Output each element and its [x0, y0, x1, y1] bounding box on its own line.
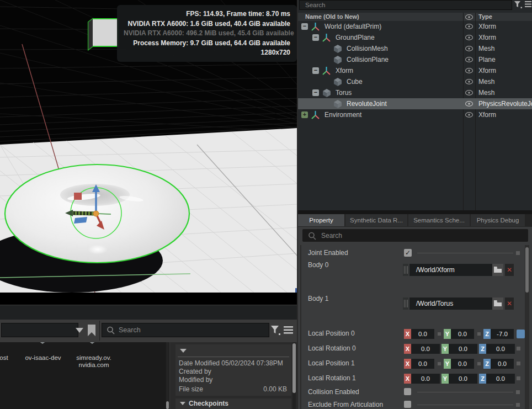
- reset-default-indicator[interactable]: [517, 376, 520, 380]
- lr1-z-field[interactable]: 0.0: [486, 374, 515, 384]
- body0-target-field[interactable]: /World/Xform: [409, 264, 498, 276]
- folder-browse-button[interactable]: [492, 298, 503, 310]
- lp1-x-field[interactable]: 0.0: [411, 359, 434, 369]
- drag-handle-icon[interactable]: [403, 264, 408, 276]
- modified-value-indicator[interactable]: [517, 330, 525, 338]
- prim-label[interactable]: Torus: [336, 89, 352, 97]
- path-input[interactable]: [1, 323, 78, 337]
- file-grid-scrollbar-track[interactable]: [166, 342, 169, 409]
- file-grid[interactable]: ost ov-isaac-dev simready.ov. nvidia.com: [0, 342, 169, 409]
- path-dropdown-icon[interactable]: [76, 328, 83, 333]
- tab-semantics-schema[interactable]: Semantics Sche...: [408, 214, 470, 226]
- eye-icon[interactable]: [465, 57, 474, 62]
- prim-label[interactable]: World (defaultPrim): [324, 23, 381, 30]
- tab-physics-debug[interactable]: Physics Debug: [471, 214, 525, 226]
- eye-icon[interactable]: [465, 68, 474, 73]
- stage-column-name[interactable]: Name (Old to New): [305, 13, 359, 20]
- lp0-z-field[interactable]: -7.0: [491, 329, 514, 339]
- filter-icon[interactable]: [270, 325, 281, 336]
- remove-target-button[interactable]: ✕: [505, 264, 514, 276]
- viewport-3d[interactable]: FPS: 114.93, Frame time: 8.70 ms NVIDIA …: [0, 0, 297, 293]
- browser-search-box[interactable]: [102, 323, 269, 337]
- prim-label[interactable]: CollisionPlane: [347, 56, 389, 63]
- prim-label[interactable]: RevoluteJoint: [347, 100, 387, 108]
- remove-target-button[interactable]: ✕: [505, 298, 514, 310]
- stage-menu-icon[interactable]: [525, 1, 532, 8]
- prim-label[interactable]: Xform: [336, 67, 353, 75]
- stage-row-groundplane[interactable]: − GroundPlane Xform: [298, 32, 532, 43]
- collapse-arrow-icon[interactable]: [180, 349, 187, 353]
- property-search-box[interactable]: [302, 229, 528, 242]
- lp1-z-field[interactable]: 0.0: [491, 359, 514, 369]
- lp0-x-field[interactable]: 0.0: [411, 329, 434, 339]
- lr0-y-field[interactable]: 0.0: [449, 344, 477, 354]
- stage-filter-icon[interactable]: [514, 1, 523, 9]
- tab-synthetic-data[interactable]: Synthetic Data R...: [345, 214, 407, 226]
- stage-search-box[interactable]: [299, 0, 512, 10]
- stage-row-environment[interactable]: + Environment Xform: [298, 109, 532, 120]
- drag-handle-icon[interactable]: [403, 298, 408, 310]
- reset-default-indicator[interactable]: [516, 251, 520, 255]
- prim-type: Xform: [478, 23, 496, 30]
- eye-icon[interactable]: [465, 46, 474, 51]
- prim-label[interactable]: CollisionMesh: [347, 45, 388, 52]
- eye-icon[interactable]: [465, 90, 474, 95]
- details-scrollbar-thumb[interactable]: [292, 343, 296, 393]
- lp1-y-field[interactable]: 0.0: [451, 359, 474, 369]
- collapse-arrow-icon: [180, 402, 185, 405]
- prim-label[interactable]: Cube: [347, 78, 363, 86]
- folder-browse-button[interactable]: [492, 264, 503, 276]
- stage-column-type[interactable]: Type: [478, 13, 492, 20]
- collapse-toggle-icon[interactable]: −: [312, 89, 319, 96]
- checkpoints-label: Checkpoints: [189, 400, 228, 407]
- prim-label[interactable]: GroundPlane: [336, 34, 375, 41]
- cube-mesh[interactable]: [88, 19, 118, 50]
- eye-icon[interactable]: [465, 24, 474, 29]
- file-grid-scrollbar-thumb[interactable]: [166, 401, 169, 409]
- eye-icon[interactable]: [465, 101, 474, 107]
- prim-label[interactable]: Environment: [324, 111, 361, 119]
- options-menu-icon[interactable]: [284, 326, 294, 334]
- stage-row-xform[interactable]: − Xform Xform: [298, 65, 532, 76]
- stage-row-revolutejoint[interactable]: RevoluteJoint PhysicsRevoluteJoint: [298, 98, 532, 109]
- stage-row-collisionplane[interactable]: CollisionPlane Plane: [298, 54, 532, 65]
- stats-gpu1: NVIDIA RTX A6000: 496.2 MiB used, 45.4 G…: [124, 29, 290, 39]
- lp0-y-field[interactable]: 0.0: [451, 329, 474, 339]
- collision-enabled-checkbox[interactable]: [404, 388, 411, 395]
- stage-row-cube[interactable]: Cube Mesh: [298, 76, 532, 87]
- lr0-z-field[interactable]: 0.0: [486, 344, 515, 354]
- eye-icon[interactable]: [465, 79, 474, 84]
- joint-enabled-checkbox[interactable]: ✓: [404, 249, 412, 257]
- collapse-toggle-icon[interactable]: −: [301, 23, 308, 30]
- expand-toggle-icon[interactable]: +: [301, 111, 308, 118]
- file-item-ov-isaac-dev[interactable]: ov-isaac-dev: [20, 354, 66, 362]
- reset-default-indicator[interactable]: [516, 390, 520, 394]
- body1-target-field[interactable]: /World/Torus: [409, 298, 498, 310]
- file-item-localhost[interactable]: ost: [0, 354, 12, 362]
- lr1-x-field[interactable]: 0.0: [411, 374, 440, 384]
- property-search-input[interactable]: [320, 230, 521, 241]
- browser-search-input[interactable]: [118, 325, 263, 336]
- stage-row-collisionmesh[interactable]: CollisionMesh Mesh: [298, 43, 532, 54]
- file-item-simready[interactable]: simready.ov. nvidia.com: [71, 354, 117, 369]
- details-scrollbar-track[interactable]: [292, 342, 296, 409]
- reset-default-indicator[interactable]: [516, 403, 520, 407]
- checkpoints-section[interactable]: Checkpoints: [175, 399, 291, 409]
- eye-icon[interactable]: [465, 112, 474, 118]
- tab-property[interactable]: Property: [298, 214, 344, 226]
- exclude-from-articulation-checkbox[interactable]: [404, 401, 411, 408]
- stage-search-input[interactable]: [304, 1, 505, 9]
- lr0-x-field[interactable]: 0.0: [411, 344, 440, 354]
- lr1-y-field[interactable]: 0.0: [449, 374, 477, 384]
- eye-icon[interactable]: [465, 35, 474, 40]
- stage-row-torus[interactable]: − Torus Mesh: [298, 87, 532, 98]
- stage-row-world[interactable]: − World (defaultPrim) Xform: [298, 21, 532, 32]
- property-scrollbar-track[interactable]: [525, 245, 529, 409]
- bookmark-icon[interactable]: [87, 325, 96, 337]
- reset-default-indicator[interactable]: [517, 347, 520, 350]
- collapse-toggle-icon[interactable]: −: [312, 67, 319, 74]
- reset-default-indicator[interactable]: [517, 362, 520, 365]
- xform-icon: [322, 34, 331, 42]
- property-scrollbar-thumb[interactable]: [525, 247, 529, 293]
- collapse-toggle-icon[interactable]: −: [312, 34, 319, 41]
